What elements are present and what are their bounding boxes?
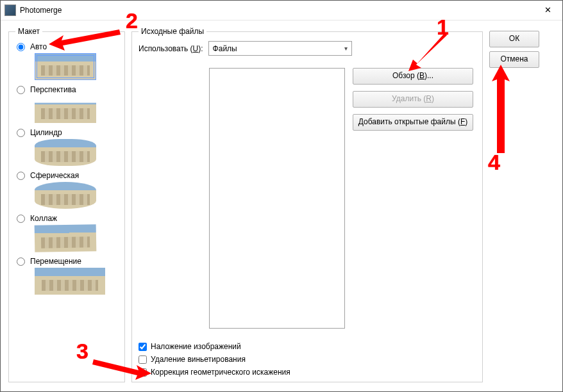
ok-button[interactable]: ОК: [489, 31, 539, 47]
layout-legend: Макет: [15, 27, 42, 36]
radio-collage[interactable]: Коллаж: [17, 214, 118, 223]
check-blend-input[interactable]: [139, 343, 147, 351]
svg-marker-1: [49, 29, 121, 51]
radio-perspective-input[interactable]: [17, 86, 25, 94]
layout-fieldset: Макет Авто Перспектива Цилиндр Сферическ…: [8, 27, 125, 382]
radio-reposition-label: Перемещение: [30, 257, 81, 266]
source-legend: Исходные файлы: [139, 27, 206, 36]
use-select[interactable]: Файлы ▾: [208, 41, 352, 56]
annotation-arrow-2: [46, 26, 122, 52]
use-label: Использовать (U):: [139, 44, 203, 53]
check-vignette-label: Удаление виньетирования: [151, 355, 246, 364]
radio-collage-input[interactable]: [17, 215, 25, 223]
radio-reposition-input[interactable]: [17, 257, 25, 266]
radio-auto-input[interactable]: [17, 43, 25, 51]
add-open-files-button[interactable]: Добавить открытые файлы (F): [353, 114, 473, 131]
radio-spherical-label: Сферическая: [30, 171, 79, 180]
thumb-perspective: [35, 96, 96, 123]
thumb-auto: [35, 53, 96, 80]
radio-collage-label: Коллаж: [30, 214, 57, 223]
svg-marker-2: [92, 359, 151, 380]
titlebar: Photomerge ✕: [1, 1, 562, 20]
annotation-number-3: 3: [76, 339, 88, 364]
check-blend[interactable]: Наложение изображений: [139, 342, 290, 351]
close-icon[interactable]: ✕: [534, 1, 562, 20]
radio-auto-label: Авто: [30, 42, 47, 51]
check-vignette[interactable]: Удаление виньетирования: [139, 355, 290, 364]
file-list[interactable]: [209, 68, 345, 329]
check-blend-label: Наложение изображений: [151, 342, 241, 351]
radio-perspective[interactable]: Перспектива: [17, 85, 118, 94]
annotation-number-2: 2: [126, 8, 138, 33]
chevron-down-icon: ▾: [344, 45, 348, 52]
source-fieldset: Исходные файлы Использовать (U): Файлы ▾…: [131, 27, 483, 382]
use-select-value: Файлы: [213, 44, 237, 53]
annotation-number-4: 4: [488, 150, 500, 175]
check-geometric[interactable]: Коррекция геометрического искажения: [139, 368, 290, 377]
radio-cylindrical-label: Цилиндр: [30, 128, 62, 137]
thumb-reposition: [35, 268, 105, 295]
app-icon: [4, 4, 16, 16]
radio-spherical[interactable]: Сферическая: [17, 171, 118, 180]
radio-spherical-input[interactable]: [17, 172, 25, 180]
radio-reposition[interactable]: Перемещение: [17, 257, 118, 266]
thumb-spherical: [35, 182, 96, 209]
radio-cylindrical[interactable]: Цилиндр: [17, 128, 118, 137]
annotation-number-1: 1: [437, 15, 449, 40]
radio-perspective-label: Перспектива: [30, 85, 76, 94]
annotation-arrow-4: [488, 63, 514, 156]
annotation-arrow-3: [90, 354, 155, 380]
window-title: Photomerge: [20, 6, 534, 15]
remove-button[interactable]: Удалить (R): [353, 91, 473, 108]
radio-cylindrical-input[interactable]: [17, 129, 25, 137]
thumb-collage: [35, 224, 97, 252]
svg-marker-3: [492, 65, 510, 153]
thumb-cylindrical: [35, 139, 96, 166]
check-geometric-label: Коррекция геометрического искажения: [151, 368, 290, 377]
